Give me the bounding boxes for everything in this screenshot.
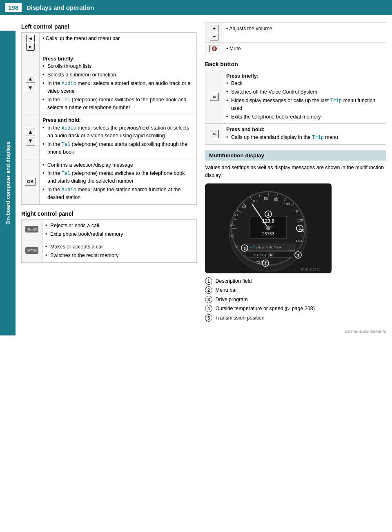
- legend-label-3: Drive program: [215, 297, 247, 302]
- svg-text:26753: 26753: [262, 231, 275, 236]
- lr-buttons: ◄ ►: [24, 35, 36, 51]
- table-row: ⇦ Press briefly: Back Switches off the V…: [205, 70, 386, 124]
- back2-desc: Press and hold: Calls up the standard di…: [223, 124, 386, 145]
- keyword-tel-2: Tel: [62, 142, 71, 148]
- svg-text:Audio: Audio: [265, 246, 273, 249]
- legend-label-2: Menu bar: [215, 287, 237, 293]
- svg-text:110: 110: [292, 209, 298, 213]
- left-column: Left control panel ◄ ► • Calls up the me…: [21, 22, 197, 323]
- press-briefly-list-2: Back Switches off the Voice Control Syst…: [226, 80, 383, 121]
- svg-text:Tel ►: Tel ►: [274, 246, 282, 249]
- list-item: In the Audio menu: stops the station sea…: [42, 186, 194, 201]
- volume-desc: • Adjusts the volume: [223, 23, 386, 43]
- svg-text:5: 5: [243, 246, 245, 250]
- up-arrow-icon: ▲: [26, 75, 35, 83]
- press-briefly-label-1: Press briefly:: [42, 56, 75, 62]
- legend-item-3: 3 Drive program: [205, 296, 386, 304]
- press-briefly-label-2: Press briefly:: [226, 73, 258, 79]
- back1-desc: Press briefly: Back Switches off the Voi…: [223, 70, 386, 124]
- list-item: In the Tel (telephone) menu: switches to…: [42, 170, 194, 185]
- keyword-audio-2: Audio: [62, 125, 76, 131]
- svg-text:90: 90: [274, 197, 278, 201]
- list-item: Exits phone book/redial memory: [45, 230, 194, 238]
- keyword-audio: Audio: [62, 81, 76, 87]
- list-item: Back: [226, 80, 383, 87]
- list-item: Switches off the Voice Control System: [226, 88, 383, 96]
- table-row: Rejects or ends a call Exits phone book/…: [22, 219, 197, 241]
- svg-text:E: E: [270, 253, 272, 257]
- ud-buttons-1: ▲ ▼: [24, 75, 36, 93]
- footer-site: carmanualonline.info: [345, 329, 386, 334]
- table-row: ⇦ Press and hold: Calls up the standard …: [205, 124, 386, 145]
- svg-text:100: 100: [284, 202, 290, 206]
- volume-plus-icon: +: [210, 25, 218, 32]
- endcall-list: Rejects or ends a call Exits phone book/…: [45, 222, 194, 238]
- legend-num-3: 3: [205, 296, 212, 303]
- svg-text:50: 50: [234, 213, 238, 217]
- icon-cell-mute: 🔇: [205, 42, 223, 55]
- up-arrow-icon-2: ▲: [26, 128, 35, 136]
- mute-desc: • Mute: [223, 42, 386, 55]
- left-panel-title: Left control panel: [21, 23, 197, 30]
- ud2-desc: Press and hold: In the Audio menu: selec…: [40, 114, 197, 159]
- acceptcall-desc: Makes or accepts a call Switches to the …: [42, 241, 197, 263]
- table-row: ▲ ▼ Press briefly: Scrolls through lists…: [22, 53, 197, 114]
- mfd-header: Multifunction display: [205, 150, 386, 161]
- legend-item-2: 2 Menu bar: [205, 286, 386, 294]
- ok-list: Confirms a selection/display message In …: [42, 161, 194, 201]
- right-panel-title: Right control panel: [21, 210, 197, 217]
- legend-label-5: Transmission position: [215, 315, 264, 321]
- svg-text:1: 1: [267, 212, 269, 217]
- accept-call-icon: [24, 246, 39, 255]
- press-hold-label-2: Press and hold:: [226, 127, 265, 132]
- volume-minus-icon: −: [210, 33, 218, 40]
- press-hold-list-1: In the Audio menu: selects the previous/…: [42, 124, 194, 156]
- icon-cell-volume: + −: [205, 23, 223, 43]
- list-item: Confirms a selection/display message: [42, 161, 194, 169]
- list-item: Calls up the standard display in the Tri…: [226, 134, 383, 141]
- header-title: Displays and operation: [27, 4, 94, 11]
- svg-text:4: 4: [264, 262, 266, 266]
- legend-label-4: Outside temperature or speed (▷ page 208…: [215, 306, 314, 311]
- lr-desc: • Calls up the menu and menu bar: [40, 33, 197, 53]
- svg-text:30: 30: [229, 234, 234, 238]
- left-panel-table: ◄ ► • Calls up the menu and menu bar ▲ ▼: [21, 32, 197, 205]
- legend-num-2: 2: [205, 286, 212, 294]
- ud1-desc: Press briefly: Scrolls through lists Sel…: [40, 53, 197, 114]
- volume-buttons: + −: [208, 25, 220, 40]
- page-header: 198 Displays and operation: [0, 0, 392, 15]
- legend-item-5: 5 Transmission position: [205, 314, 386, 322]
- list-item: Rejects or ends a call: [45, 222, 194, 230]
- right-panel-table: Rejects or ends a call Exits phone book/…: [21, 219, 197, 263]
- svg-point-62: [266, 226, 270, 230]
- keyword-audio-3: Audio: [62, 187, 76, 193]
- page-footer: carmanualonline.info: [16, 327, 392, 335]
- icon-cell-endcall: [22, 219, 42, 241]
- keyword-tel-1: Tel: [62, 97, 71, 103]
- list-item: In the Tel (telephone) menu: switches to…: [42, 96, 194, 112]
- down-arrow-icon-2: ▼: [26, 137, 35, 145]
- list-item: Exits the telephone book/redial memory: [226, 113, 383, 121]
- keyword-trip-2: Trip: [312, 135, 324, 141]
- endcall-desc: Rejects or ends a call Exits phone book/…: [42, 219, 197, 241]
- table-row: OK Confirms a selection/display message …: [22, 159, 197, 204]
- icon-cell-back2: ⇦: [205, 124, 223, 145]
- svg-text:P5-32-9105-31: P5-32-9105-31: [301, 268, 320, 271]
- right-arrow-icon: ►: [26, 43, 35, 50]
- list-item: Selects a submenu or function: [42, 71, 194, 79]
- press-hold-list-2: Calls up the standard display in the Tri…: [226, 134, 383, 141]
- svg-text:2: 2: [298, 227, 301, 231]
- svg-text:P  R  N  D: P R N D: [254, 253, 266, 257]
- icon-cell-ud2: ▲ ▼: [22, 114, 40, 159]
- back-table: ⇦ Press briefly: Back Switches off the V…: [205, 70, 386, 145]
- icon-cell-ok: OK: [22, 159, 40, 204]
- list-item: Scrolls through lists: [42, 63, 194, 70]
- legend-item-4: 4 Outside temperature or speed (▷ page 2…: [205, 305, 386, 313]
- acceptcall-list: Makes or accepts a call Switches to the …: [45, 243, 194, 259]
- press-hold-label-1: Press and hold:: [42, 117, 81, 123]
- left-arrow-icon: ◄: [26, 35, 35, 42]
- table-row: ◄ ► • Calls up the menu and menu bar: [22, 33, 197, 53]
- ud-buttons-2: ▲ ▼: [24, 128, 36, 146]
- keyword-tel-3: Tel: [62, 171, 71, 177]
- svg-text:Navi: Navi: [258, 246, 264, 249]
